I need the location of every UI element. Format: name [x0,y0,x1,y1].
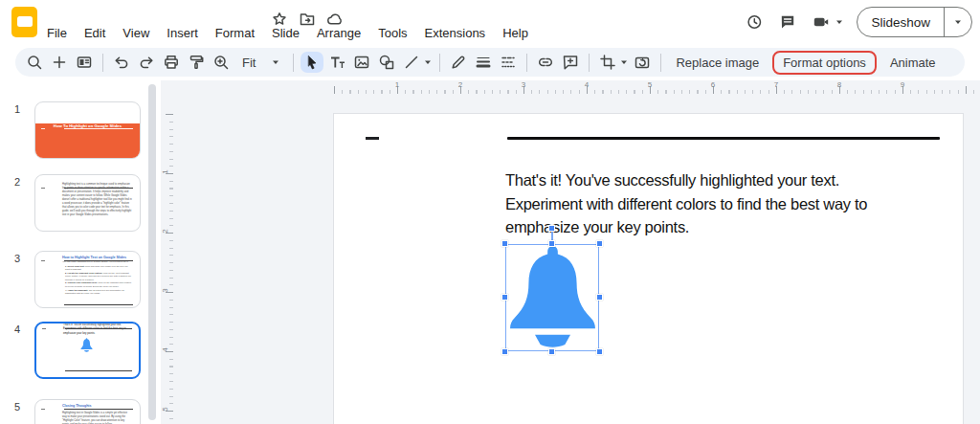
slide-number: 5 [10,401,25,413]
slide-divider-line [507,137,940,140]
text-box-icon[interactable] [325,52,348,73]
ruler-number: 8 [832,80,847,89]
slideshow-options-button[interactable] [945,13,971,31]
thumb-list-item: 4. Apply the highlight: The selected tex… [65,289,132,296]
thumb-intro-text: You can easily highlight text in Google … [62,260,132,264]
zoom-in-icon[interactable] [210,52,233,73]
resize-handle[interactable] [548,240,555,247]
add-comment-icon[interactable] [559,52,582,73]
thumb-list-item: 1. Select your text: Click and drag your… [65,265,132,272]
slide-dash [41,128,45,129]
ruler-number: 5 [161,403,169,416]
slide-paragraph[interactable]: That's it! You've successfully highlight… [505,168,936,239]
resize-handle[interactable] [596,294,603,301]
reset-image-icon[interactable] [631,52,654,73]
crop-image-icon [596,52,619,73]
resize-handle[interactable] [548,348,555,355]
animate-button[interactable]: Animate [882,56,944,70]
border-color-icon[interactable] [447,52,470,73]
new-slide-icon[interactable] [48,52,71,73]
print-icon[interactable] [160,52,183,73]
menu-item-help[interactable]: Help [496,24,535,42]
menu-item-view[interactable]: View [116,24,156,42]
thumb-title: How to Highlight Text on Google Slides [62,256,132,259]
toolbar-separator [293,54,294,72]
ruler-number: 4 [579,80,594,89]
search-menus-icon[interactable] [23,52,46,73]
format-options-button[interactable]: Format options [775,56,874,70]
resize-handle[interactable] [501,240,508,247]
insert-image-icon[interactable] [350,52,373,73]
thumb-text-line: emphasize your key points. [63,332,131,336]
paint-format-icon[interactable] [185,52,208,73]
insert-link-icon[interactable] [534,52,557,73]
border-weight-icon[interactable] [472,52,495,73]
redo-icon[interactable] [135,52,158,73]
ruler-number: 4 [161,344,169,357]
chevron-down-icon [271,56,280,70]
slideshow-button-group: Slideshow [857,7,972,37]
open-comments-icon[interactable] [777,11,798,33]
resize-handle[interactable] [596,240,603,247]
resize-handle[interactable] [501,348,508,355]
slideshow-button[interactable]: Slideshow [858,15,944,30]
slide-dash [42,328,46,329]
thumb-body-text: Highlighting text in Google Slides is a … [62,412,132,424]
toolbar-separator [102,54,103,72]
join-meet-dropdown[interactable] [811,11,844,33]
filmstrip-scrollbar[interactable] [148,84,156,420]
rotation-handle[interactable] [548,225,555,232]
menu-item-slide[interactable]: Slide [265,24,306,42]
menu-item-file[interactable]: File [40,24,74,42]
slide-number: 3 [10,253,25,264]
insert-line-dropdown[interactable] [400,52,433,73]
slide-number: 1 [10,103,25,115]
thumb-title: Closing Thoughts [62,404,132,408]
resize-handle[interactable] [596,348,603,355]
slide-thumbnail-3[interactable]: How to Highlight Text on Google SlidesYo… [34,251,141,308]
menu-item-extensions[interactable]: Extensions [418,24,493,42]
menu-item-format[interactable]: Format [209,24,261,42]
ruler-number: 3 [161,284,169,298]
toolbar-separator [589,54,590,72]
slide-rule-line [65,370,132,371]
thumb-list-item: 3. Choose your highlight color: Click on… [65,281,132,288]
slide-rule-line [64,260,133,261]
chevron-down-icon [953,13,963,31]
crop-dropdown[interactable] [596,52,629,73]
canvas-area: 123456789 12345 That's it! You've succes… [161,80,980,424]
slide-thumbnail-4[interactable]: That's it! You've successfully highlight… [34,322,141,379]
slide-rule-line [64,409,133,410]
resize-handle[interactable] [501,294,508,301]
replace-image-button[interactable]: Replace image [668,56,767,70]
header-bar: FileEditViewInsertFormatSlideArrangeTool… [0,0,980,44]
filmstrip: 1How To Highlight on Google Slides2Highl… [0,80,161,424]
selection-outline [505,244,599,351]
slide-thumbnail-1[interactable]: How To Highlight on Google Slides [34,101,141,159]
slide-rule-line [65,328,132,329]
chevron-down-icon [835,13,844,31]
menu-item-tools[interactable]: Tools [371,24,413,42]
layouts-icon[interactable] [73,52,96,73]
slide-canvas[interactable]: That's it! You've successfully highlight… [333,113,964,424]
version-history-icon[interactable] [744,11,765,33]
ruler-number: 5 [642,80,657,89]
toolbar-separator [526,54,527,72]
slide-dash [41,409,45,410]
insert-shape-icon[interactable] [375,52,398,73]
menu-bar: FileEditViewInsertFormatSlideArrangeTool… [40,24,535,42]
menu-item-arrange[interactable]: Arrange [310,24,368,42]
slide-thumbnail-5[interactable]: Closing ThoughtsHighlighting text in Goo… [34,399,141,424]
ruler-number: 1 [390,80,405,89]
chevron-down-icon [423,54,433,71]
menu-item-edit[interactable]: Edit [78,24,112,42]
ruler-number: 2 [453,80,468,89]
menu-item-insert[interactable]: Insert [160,24,205,42]
border-dash-icon[interactable] [497,52,520,73]
zoom-fit-dropdown[interactable]: Fit [234,56,286,70]
slides-logo-icon[interactable] [11,7,37,37]
select-tool-icon[interactable] [301,52,323,73]
undo-icon[interactable] [110,52,133,73]
slide-rule-line [64,128,133,129]
slide-thumbnail-2[interactable]: Highlighting text is a common technique … [34,174,141,232]
